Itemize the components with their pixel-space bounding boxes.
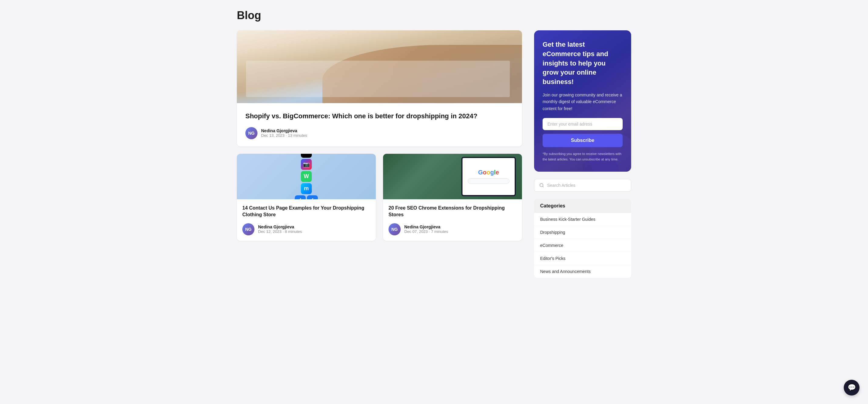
category-item-news[interactable]: News and Announcements	[534, 265, 631, 278]
main-content: Shopify vs. BigCommerce: Which one is be…	[237, 30, 522, 241]
svg-line-1	[542, 186, 544, 187]
featured-article-image	[237, 30, 522, 103]
article-1-author-details: Nedina Gjorgjieva Dec 12, 2023 · 8 minut…	[258, 224, 302, 234]
category-item-dropshipping[interactable]: Dropshipping	[534, 226, 631, 239]
newsletter-description: Join our growing community and receive a…	[542, 92, 623, 112]
articles-grid: T 📷 W m f	[237, 154, 522, 241]
article-2-author-avatar: NG	[389, 223, 401, 236]
category-item-editors-picks[interactable]: Editor's Picks	[534, 252, 631, 265]
social-icons-stack: T 📷 W m f	[295, 154, 318, 199]
sidebar: Get the latest eCommerce tips and insigh…	[534, 30, 631, 278]
article-2-author-meta: Dec 07, 2023 · 7 minutes	[404, 229, 448, 234]
newsletter-disclaimer: *By subscribing you agree to receive new…	[542, 151, 623, 162]
instagram-icon: 📷	[301, 159, 312, 170]
facebook1-icon: f	[295, 195, 306, 199]
article-1-author-info: NG Nedina Gjorgjieva Dec 12, 2023 · 8 mi…	[242, 223, 370, 236]
newsletter-box: Get the latest eCommerce tips and insigh…	[534, 30, 631, 172]
google-logo: Google	[478, 169, 499, 176]
article-2-author-info: NG Nedina Gjorgjieva Dec 07, 2023 · 7 mi…	[389, 223, 517, 236]
article-2-body: 20 Free SEO Chrome Extensions for Dropsh…	[383, 199, 522, 241]
keyboard-visual	[237, 30, 522, 103]
categories-header: Categories	[534, 199, 631, 213]
threads-icon: T	[301, 154, 312, 158]
featured-article-author-meta: Dec 13, 2023 · 13 minutes	[261, 133, 307, 138]
article-1-author-name: Nedina Gjorgjieva	[258, 224, 302, 229]
article-2-author-name: Nedina Gjorgjieva	[404, 224, 448, 229]
tablet-screen: Google	[463, 158, 515, 195]
facebook2-icon: f	[307, 195, 318, 199]
article-card-1[interactable]: T 📷 W m f	[237, 154, 376, 241]
messenger-icon: m	[301, 183, 312, 194]
featured-article-author-avatar: NG	[245, 127, 257, 139]
article-1-title[interactable]: 14 Contact Us Page Examples for Your Dro…	[242, 205, 370, 218]
newsletter-title: Get the latest eCommerce tips and insigh…	[542, 40, 623, 87]
featured-article-author-info: NG Nedina Gjorgjieva Dec 13, 2023 · 13 m…	[245, 127, 514, 139]
search-container[interactable]	[534, 179, 631, 192]
chat-icon: 💬	[848, 384, 856, 392]
chat-button[interactable]: 💬	[844, 380, 860, 396]
subscribe-button[interactable]: Subscribe	[542, 134, 623, 147]
article-2-title[interactable]: 20 Free SEO Chrome Extensions for Dropsh…	[389, 205, 517, 218]
page-container: Blog Shopify vs. BigCommerce: Which one …	[237, 9, 631, 278]
article-1-author-avatar: NG	[242, 223, 254, 236]
tablet-mockup: Google	[461, 157, 516, 196]
page-title: Blog	[237, 9, 631, 22]
featured-article-author-name: Nedina Gjorgjieva	[261, 128, 307, 133]
svg-point-0	[540, 184, 543, 187]
category-item-business[interactable]: Business Kick-Starter Guides	[534, 213, 631, 226]
email-input[interactable]	[542, 118, 623, 130]
article-card-2[interactable]: Google 20 Free SEO Chrome Extensions for…	[383, 154, 522, 241]
article-2-author-details: Nedina Gjorgjieva Dec 07, 2023 · 7 minut…	[404, 224, 448, 234]
article-1-author-meta: Dec 12, 2023 · 8 minutes	[258, 229, 302, 234]
article-1-body: 14 Contact Us Page Examples for Your Dro…	[237, 199, 376, 241]
featured-article-author-details: Nedina Gjorgjieva Dec 13, 2023 · 13 minu…	[261, 128, 307, 138]
google-search-bar	[468, 178, 509, 184]
article-1-image: T 📷 W m f	[237, 154, 376, 199]
featured-article-title[interactable]: Shopify vs. BigCommerce: Which one is be…	[245, 112, 514, 121]
content-layout: Shopify vs. BigCommerce: Which one is be…	[237, 30, 631, 278]
category-item-ecommerce[interactable]: eCommerce	[534, 239, 631, 252]
categories-box: Categories Business Kick-Starter Guides …	[534, 199, 631, 278]
featured-article-body: Shopify vs. BigCommerce: Which one is be…	[237, 103, 522, 147]
search-icon	[539, 183, 544, 188]
whatsapp-icon: W	[301, 171, 312, 182]
search-input[interactable]	[547, 183, 626, 188]
featured-article-card[interactable]: Shopify vs. BigCommerce: Which one is be…	[237, 30, 522, 147]
article-2-image: Google	[383, 154, 522, 199]
